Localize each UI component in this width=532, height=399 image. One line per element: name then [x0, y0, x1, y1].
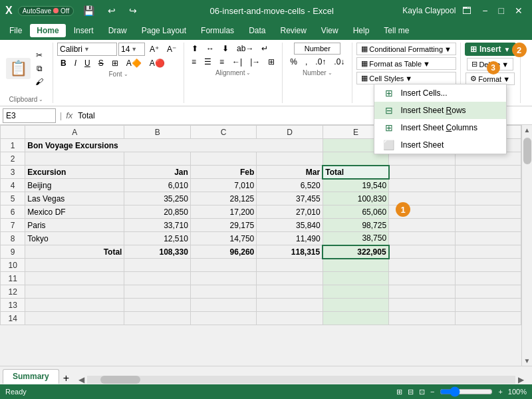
inc-decimal-button[interactable]: .0↑ — [312, 56, 329, 68]
dropdown-item-insert-cells[interactable]: ⊞ Insert Cells... — [374, 84, 506, 102]
increase-font-button[interactable]: A⁺ — [146, 43, 162, 55]
cell-G9[interactable] — [455, 245, 521, 259]
hscroll-left[interactable]: ◀ — [78, 375, 84, 384]
cell-D8[interactable]: 11,490 — [257, 232, 323, 245]
cell-F3[interactable] — [389, 166, 455, 179]
menu-review[interactable]: Review — [273, 24, 313, 37]
cell-B7[interactable]: 33,710 — [124, 219, 190, 232]
borders-button[interactable]: ⊞ — [108, 57, 122, 69]
cell-D2[interactable] — [257, 152, 323, 166]
cell-E3[interactable]: Total — [323, 166, 388, 179]
conditional-formatting-button[interactable]: ▦ Conditional Formatting ▼ — [356, 43, 456, 55]
col-header-C[interactable]: C — [190, 126, 256, 139]
bold-button[interactable]: B — [57, 57, 70, 69]
number-format-selector[interactable]: Number — [294, 43, 340, 55]
cell-B3[interactable]: Jan — [124, 166, 190, 179]
save-button[interactable]: 💾 — [79, 4, 98, 17]
cell-E4[interactable]: 19,540 — [323, 179, 388, 192]
align-middle-button[interactable]: ↔ — [203, 43, 217, 55]
fill-color-button[interactable]: A🔶 — [123, 57, 145, 69]
align-center-button[interactable]: ☰ — [201, 56, 215, 68]
menu-file[interactable]: File — [3, 24, 29, 37]
scroll-down-button[interactable]: ▼ — [523, 356, 532, 366]
format-painter-button[interactable]: 🖌 — [32, 76, 47, 88]
cell-C9[interactable]: 96,260 — [190, 245, 256, 259]
cell-A4[interactable]: Beijing — [25, 179, 124, 192]
cut-button[interactable]: ✂ — [32, 49, 47, 61]
cell-C6[interactable]: 17,200 — [190, 205, 256, 219]
horizontal-scrollbar[interactable] — [87, 376, 515, 384]
dropdown-item-insert-columns[interactable]: ⊞ Insert Sheet Columns — [374, 119, 506, 136]
menu-home[interactable]: Home — [30, 24, 65, 37]
view-layout-button[interactable]: ⊟ — [408, 388, 414, 396]
alignment-expand[interactable]: ⌄ — [246, 70, 251, 76]
sheet-tab-summary[interactable]: Summary — [3, 369, 59, 384]
merge-button[interactable]: ⊞ — [265, 56, 278, 68]
font-color-button[interactable]: A🔴 — [146, 57, 168, 69]
copy-button[interactable]: ⧉ — [32, 63, 47, 74]
close-button[interactable]: ✕ — [511, 4, 527, 17]
dec-decimal-button[interactable]: .0↓ — [331, 56, 348, 68]
dropdown-item-insert-rows[interactable]: ⊟ Insert Sheet Rows — [374, 102, 506, 119]
cell-A7[interactable]: Paris — [25, 219, 124, 232]
cell-E5[interactable]: 100,830 — [323, 192, 388, 205]
undo-button[interactable]: ↩ — [104, 4, 120, 17]
cell-A2[interactable] — [25, 152, 124, 166]
cell-C4[interactable]: 7,010 — [190, 179, 256, 192]
cell-G8[interactable] — [455, 232, 521, 245]
menu-tellme[interactable]: Tell me — [377, 24, 416, 37]
vertical-scrollbar[interactable]: ▲ ▼ — [521, 125, 532, 366]
view-normal-button[interactable]: ⊞ — [396, 388, 402, 396]
col-header-A[interactable]: A — [25, 126, 124, 139]
cell-D9[interactable]: 118,315 — [257, 245, 323, 259]
cell-B4[interactable]: 6,010 — [124, 179, 190, 192]
paste-button[interactable]: 📋 — [6, 58, 31, 79]
align-bottom-button[interactable]: ⬇ — [219, 43, 232, 55]
orientation-button[interactable]: ab→ — [233, 43, 257, 55]
menu-insert[interactable]: Insert — [67, 24, 100, 37]
cell-D3[interactable]: Mar — [257, 166, 323, 179]
cell-G4[interactable] — [455, 179, 521, 192]
italic-button[interactable]: I — [71, 57, 80, 69]
menu-formulas[interactable]: Formulas — [194, 24, 241, 37]
cell-styles-button[interactable]: ▦ Cell Styles ▼ — [356, 72, 456, 84]
cell-D4[interactable]: 6,520 — [257, 179, 323, 192]
cell-D7[interactable]: 35,840 — [257, 219, 323, 232]
cell-A10[interactable] — [25, 259, 124, 272]
maximize-button[interactable]: □ — [495, 4, 508, 17]
font-size-selector[interactable]: 14 ▼ — [118, 43, 145, 56]
dropdown-item-insert-sheet[interactable]: ⬜ Insert Sheet — [374, 136, 506, 154]
cell-G3[interactable] — [455, 166, 521, 179]
ribbon-toggle-button[interactable]: 🗔 — [458, 4, 475, 17]
cell-C8[interactable]: 14,750 — [190, 232, 256, 245]
percent-button[interactable]: % — [287, 56, 301, 68]
view-page-button[interactable]: ⊡ — [419, 388, 425, 396]
cell-C7[interactable]: 29,175 — [190, 219, 256, 232]
cell-F7[interactable] — [389, 219, 455, 232]
strikethrough-button[interactable]: S — [95, 57, 107, 69]
cell-E6[interactable]: 65,060 — [323, 205, 388, 219]
zoom-minus-button[interactable]: − — [430, 388, 434, 396]
add-sheet-button[interactable]: + — [59, 372, 73, 384]
decrease-indent-button[interactable]: ←| — [229, 56, 245, 68]
cell-F4[interactable] — [389, 179, 455, 192]
menu-data[interactable]: Data — [242, 24, 272, 37]
cell-B9[interactable]: 108,330 — [124, 245, 190, 259]
cell-A5[interactable]: Las Vegas — [25, 192, 124, 205]
hscroll-thumb[interactable] — [100, 376, 140, 384]
autosave-toggle[interactable]: AutoSave Off — [18, 6, 74, 16]
cell-G5[interactable] — [455, 192, 521, 205]
align-top-button[interactable]: ⬆ — [188, 43, 201, 55]
cell-E8[interactable]: 38,750 — [323, 232, 388, 245]
align-left-button[interactable]: ≡ — [188, 56, 200, 68]
underline-button[interactable]: U — [81, 57, 94, 69]
cell-F8[interactable] — [389, 232, 455, 245]
cell-D5[interactable]: 37,455 — [257, 192, 323, 205]
menu-view[interactable]: View — [315, 24, 345, 37]
font-name-selector[interactable]: Calibri ▼ — [57, 43, 117, 56]
menu-pagelayout[interactable]: Page Layout — [135, 24, 193, 37]
comma-button[interactable]: , — [302, 56, 311, 68]
increase-indent-button[interactable]: |→ — [247, 56, 263, 68]
zoom-plus-button[interactable]: + — [498, 388, 502, 396]
menu-draw[interactable]: Draw — [102, 24, 134, 37]
